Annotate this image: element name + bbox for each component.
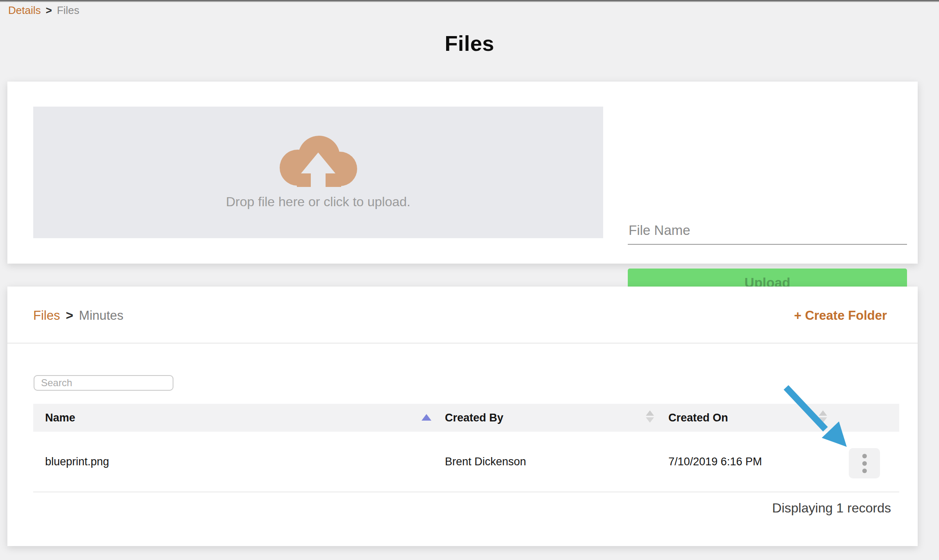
cloud-upload-icon	[278, 135, 358, 189]
table-header: Name Created By Created On	[33, 404, 899, 432]
files-card: Files > Minutes + Create Folder Name Cre…	[7, 287, 918, 546]
files-breadcrumb: Files > Minutes	[33, 308, 123, 323]
row-actions-menu-button[interactable]	[849, 448, 880, 478]
window-top-edge-highlight	[0, 1, 939, 2]
file-name-input[interactable]	[628, 220, 907, 245]
breadcrumb: Details > Files	[8, 4, 80, 17]
cell-file-name: blueprint.png	[45, 432, 109, 492]
breadcrumb-link-details[interactable]: Details	[8, 4, 41, 17]
breadcrumb-current-files: Files	[57, 4, 80, 17]
records-count-label: Displaying 1 records	[772, 501, 891, 516]
breadcrumb-current-minutes: Minutes	[79, 308, 124, 323]
column-header-created-by[interactable]: Created By	[445, 404, 504, 432]
header-divider	[7, 343, 918, 344]
upload-card: Drop file here or click to upload. Uploa…	[7, 82, 918, 264]
search-input[interactable]	[34, 375, 173, 391]
cell-created-by: Brent Dickenson	[445, 432, 526, 492]
create-folder-button[interactable]: + Create Folder	[794, 308, 887, 323]
breadcrumb-separator: >	[66, 308, 73, 323]
sort-ascending-icon[interactable]	[422, 414, 431, 421]
dropzone-label: Drop file here or click to upload.	[226, 194, 410, 209]
breadcrumb-separator: >	[46, 4, 52, 17]
page-title: Files	[0, 31, 939, 56]
table-row[interactable]: blueprint.png Brent Dickenson 7/10/2019 …	[33, 432, 899, 492]
cell-created-on: 7/10/2019 6:16 PM	[668, 432, 762, 492]
row-divider	[33, 492, 899, 492]
breadcrumb-link-files[interactable]: Files	[33, 308, 60, 323]
column-header-created-on[interactable]: Created On	[668, 404, 728, 432]
column-header-name[interactable]: Name	[45, 404, 75, 432]
kebab-icon	[862, 454, 867, 458]
file-dropzone[interactable]: Drop file here or click to upload.	[33, 107, 603, 238]
